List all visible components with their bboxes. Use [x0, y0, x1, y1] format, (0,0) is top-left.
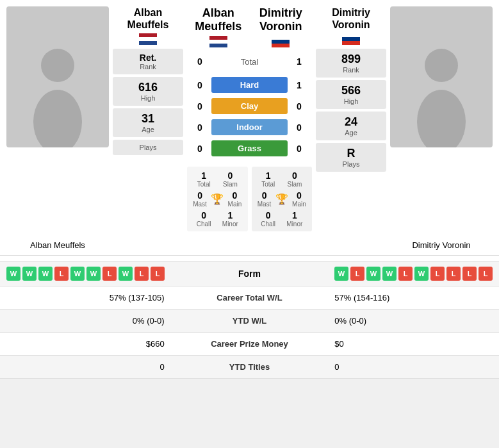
right-chall-cell: 0 Chall: [261, 210, 275, 228]
form-badge: W: [414, 267, 429, 281]
left-indoor-score: 0: [193, 122, 206, 133]
form-badge: W: [382, 267, 397, 281]
right-mast-cell: 0 Mast: [258, 190, 272, 208]
stats-left-value: 0: [0, 356, 175, 379]
left-player-silhouette: [29, 45, 86, 147]
stats-row: 57% (137-105)Career Total W/L57% (154-11…: [0, 286, 499, 310]
svg-rect-3: [139, 37, 157, 41]
right-player-name-header: Dimitriy Voronin: [316, 6, 386, 31]
surface-row-indoor: 0 Indoor 0: [187, 117, 312, 138]
left-rank-label: Rank: [115, 63, 181, 71]
right-player-info: Dimitriy Voronin 899 Rank 566 High 2: [316, 6, 386, 174]
left-total-cell: 1 Total: [197, 170, 211, 188]
right-indoor-score: 0: [293, 122, 306, 133]
right-plays-label: Plays: [320, 160, 382, 168]
form-badge: L: [151, 267, 165, 281]
right-player-photo: [390, 6, 493, 147]
total-row: 0 Total 1: [187, 53, 312, 72]
stats-left-value: 57% (137-105): [0, 286, 175, 310]
left-plays-box: Plays: [113, 140, 183, 155]
right-center-name: Dimitriy Voronin: [250, 6, 313, 33]
form-badge: L: [430, 267, 445, 281]
stats-center-label: Career Total W/L: [175, 286, 325, 310]
right-slam-cell: 0 Slam: [288, 170, 302, 188]
left-player-photo: [6, 6, 109, 147]
right-total-cell: 1 Total: [261, 170, 275, 188]
form-badge: L: [479, 267, 493, 281]
left-flag-container: [113, 33, 183, 45]
stats-row: $660Career Prize Money$0: [0, 333, 499, 356]
form-badge: L: [54, 267, 69, 281]
form-badge: L: [462, 267, 477, 281]
stats-right-value: 0% (0-0): [324, 310, 499, 333]
svg-point-1: [33, 90, 82, 147]
left-minor-cell: 1 Minor: [222, 210, 238, 228]
left-hard-score: 0: [193, 80, 206, 90]
center-block: Alban Meuffels Dimitriy Voronin 0: [187, 6, 312, 231]
form-badge: W: [22, 267, 37, 281]
right-form-badges: WLWWLWLLLL: [334, 267, 493, 281]
svg-rect-8: [272, 36, 290, 40]
svg-rect-11: [342, 33, 360, 37]
svg-point-0: [41, 49, 74, 82]
right-plays-value: R: [320, 147, 382, 160]
stats-right-value: $0: [324, 333, 499, 356]
svg-rect-10: [272, 44, 290, 47]
left-high-value: 616: [115, 81, 181, 94]
left-center-name: Alban Meuffels: [187, 6, 250, 33]
svg-rect-2: [139, 33, 157, 37]
right-center-flag: [272, 36, 290, 47]
stats-row: 0% (0-0)YTD W/L0% (0-0): [0, 310, 499, 333]
right-flag-container: [316, 33, 386, 45]
stats-center-label: Career Prize Money: [175, 333, 325, 356]
hard-badge: Hard: [211, 77, 288, 93]
right-age-label: Age: [320, 129, 382, 137]
form-badge: W: [6, 267, 20, 281]
svg-point-15: [417, 90, 466, 147]
svg-point-14: [425, 49, 458, 82]
section-divider-1: [0, 255, 499, 256]
form-badge: W: [366, 267, 380, 281]
right-rank-value: 899: [320, 53, 382, 66]
form-badge: L: [102, 267, 117, 281]
right-age-value: 24: [320, 115, 382, 129]
left-rank-box: Ret. Rank: [113, 49, 183, 74]
form-label: Form: [238, 269, 261, 279]
player-name-labels: Alban Meuffels Dimitriy Voronin: [0, 238, 499, 255]
surface-row-clay: 0 Clay 0: [187, 95, 312, 117]
left-trophy-icon: 🏆: [211, 193, 224, 205]
form-badge: W: [38, 267, 53, 281]
surface-row-grass: 0 Grass 0: [187, 138, 312, 159]
stats-right-value: 0: [324, 356, 499, 379]
right-age-box: 24 Age: [316, 112, 386, 140]
left-high-box: 616 High: [113, 77, 183, 106]
right-high-box: 566 High: [316, 80, 386, 109]
right-total-score: 1: [293, 56, 306, 67]
right-player-name-label: Dimitriy Voronin: [390, 240, 493, 250]
svg-rect-5: [209, 36, 227, 40]
right-high-value: 566: [320, 84, 382, 97]
grass-badge: Grass: [211, 140, 288, 156]
left-clay-score: 0: [193, 101, 206, 112]
left-player-name-label: Alban Meuffels: [6, 240, 109, 250]
left-player-name-header: Alban Meuffels: [113, 6, 183, 31]
right-hard-score: 1: [293, 80, 306, 90]
svg-rect-12: [342, 37, 360, 41]
left-total-score: 0: [193, 56, 206, 67]
main-container: Alban Meuffels Ret. Rank 616 High 31: [0, 0, 499, 379]
left-grass-score: 0: [193, 144, 206, 154]
stats-table: 57% (137-105)Career Total W/L57% (154-11…: [0, 286, 499, 379]
right-trophy-icon: 🏆: [275, 193, 288, 205]
stats-center-label: YTD Titles: [175, 356, 325, 379]
form-badge: L: [350, 267, 364, 281]
form-badge: L: [446, 267, 461, 281]
stats-left-value: $660: [0, 333, 175, 356]
form-badge: L: [398, 267, 413, 281]
right-plays-box: R Plays: [316, 143, 386, 172]
svg-rect-6: [209, 40, 227, 44]
form-badge: W: [70, 267, 85, 281]
left-bottom-stats: 1 Total 0 Slam 0 Mast 🏆: [187, 167, 248, 231]
indoor-badge: Indoor: [211, 119, 288, 135]
form-section: WWWLWWLWLL Form WLWWLWLLLL: [0, 261, 499, 286]
left-player-info: Alban Meuffels Ret. Rank 616 High 31: [113, 6, 183, 158]
